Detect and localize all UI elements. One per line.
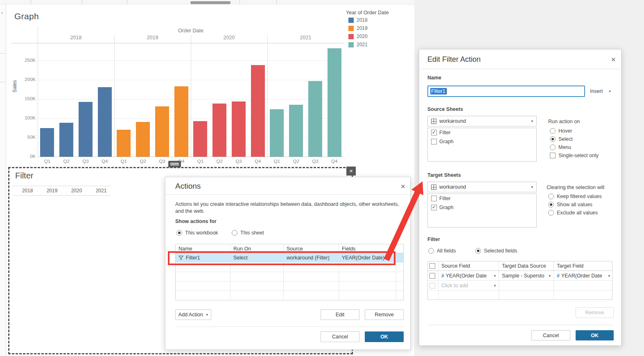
bar-2019-Q4[interactable]	[174, 86, 188, 157]
radio-icon	[475, 248, 481, 254]
bar-2021-Q1[interactable]	[270, 109, 284, 157]
legend-swatch-2019	[348, 26, 354, 31]
empty-action-row[interactable]	[176, 291, 403, 300]
target-sheets-list: Filter Graph	[427, 194, 537, 228]
filter-year-2021[interactable]: 2021	[89, 188, 113, 194]
chevron-down-icon: ▾	[531, 185, 533, 189]
target-field-cell[interactable]: # YEAR(Order Date ▾	[554, 271, 613, 280]
bar-2021-Q3[interactable]	[308, 81, 322, 157]
remove-object-icon[interactable]: ✕	[346, 167, 356, 176]
y-tick-label: 0K	[19, 154, 36, 159]
cancel-button[interactable]: Cancel	[321, 331, 359, 342]
target-data-source-cell[interactable]: Sample - Supersto ▾	[499, 271, 554, 280]
quarter-label: Q1	[114, 159, 133, 164]
edit-dialog-title: Edit Filter Action	[427, 55, 481, 64]
drag-handle[interactable]	[168, 161, 181, 167]
radio-this-workbook[interactable]: This workbook	[176, 230, 218, 236]
pane-divider	[267, 35, 268, 157]
quarter-label: Q4	[248, 159, 267, 164]
y-tick-label: 100K	[19, 115, 36, 120]
remove-button[interactable]: Remove	[365, 309, 404, 320]
chevron-down-icon: ▾	[549, 274, 551, 278]
radio-icon	[548, 202, 554, 207]
edit-filter-action-dialog: Edit Filter Action ✕ Name Filter1 Insert…	[419, 49, 621, 346]
col-source-field: Source Field	[438, 261, 499, 270]
header-underline	[11, 43, 344, 43]
bar-2018-Q2[interactable]	[59, 123, 73, 157]
radio-icon	[548, 194, 554, 199]
x-axis-line	[38, 157, 344, 157]
target-sheet-dropdown[interactable]: workaround ▾	[427, 182, 537, 192]
footer-divider	[427, 325, 614, 325]
bar-2019-Q1[interactable]	[117, 130, 131, 157]
radio-selected-fields[interactable]: Selected fields	[475, 248, 517, 254]
source-sheet-dropdown[interactable]: workaround ▾	[427, 116, 537, 126]
source-field-cell[interactable]: # YEAR(Order Date ▾	[438, 271, 499, 280]
cancel-button[interactable]: Cancel	[531, 330, 570, 340]
field-table-header: Source Field Target Data Source Target F…	[428, 261, 612, 271]
bar-2020-Q1[interactable]	[193, 121, 207, 157]
click-to-add-cell[interactable]: Click to add ▾	[438, 281, 499, 290]
filter-year-2018[interactable]: 2018	[15, 188, 40, 194]
field-mapping-row[interactable]: # YEAR(Order Date ▾ Sample - Supersto ▾ …	[428, 271, 612, 281]
col-target-data-source: Target Data Source	[499, 261, 554, 270]
insert-menu-button[interactable]: Insert ▾	[590, 88, 611, 94]
checkbox-single-select-only[interactable]: Single-select only	[550, 153, 599, 158]
quarter-label: Q3	[306, 159, 325, 164]
close-icon[interactable]: ✕	[611, 56, 616, 63]
legend-item[interactable]: 2019	[348, 25, 368, 32]
radio-keep-filtered-values[interactable]: Keep filtered values	[548, 194, 602, 199]
bar-2018-Q3[interactable]	[79, 102, 93, 157]
target-sheet-graph[interactable]: Graph	[428, 203, 536, 212]
bar-2018-Q1[interactable]	[40, 128, 54, 157]
bar-2020-Q2[interactable]	[212, 104, 226, 157]
tab-divider	[240, 0, 240, 4]
bar-2019-Q3[interactable]	[155, 106, 169, 157]
radio-icon	[550, 128, 556, 134]
radio-exclude-all-values[interactable]: Exclude all values	[548, 210, 598, 216]
bar-2021-Q2[interactable]	[289, 105, 303, 157]
bar-2018-Q4[interactable]	[98, 87, 112, 157]
radio-all-fields[interactable]: All fields	[428, 248, 456, 254]
empty-action-row[interactable]	[176, 272, 403, 282]
filter-sheet-title: Filter	[15, 171, 33, 180]
radio-select[interactable]: Select	[550, 136, 573, 142]
bar-2021-Q4[interactable]	[328, 48, 341, 157]
show-actions-for-label: Show actions for	[175, 219, 217, 224]
edit-button[interactable]: Edit	[321, 309, 359, 320]
quarter-label: Q1	[38, 159, 57, 164]
filter-year-2019[interactable]: 2019	[40, 188, 64, 194]
col-target-field: Target Field	[554, 261, 613, 270]
add-field-row[interactable]: Click to add ▾	[428, 281, 612, 291]
add-action-button[interactable]: Add Action▾	[175, 309, 211, 320]
legend-swatch-2021	[348, 42, 354, 47]
bar-2020-Q3[interactable]	[232, 101, 246, 157]
bar-2019-Q2[interactable]	[136, 122, 150, 157]
empty-action-row[interactable]	[176, 282, 403, 291]
bar-2020-Q4[interactable]	[251, 65, 265, 157]
filter-year-2020[interactable]: 2020	[64, 188, 89, 194]
remove-field-button[interactable]: Remove	[576, 307, 614, 318]
legend-item[interactable]: 2021	[348, 41, 368, 48]
source-sheet-filter[interactable]: Filter	[428, 128, 536, 137]
source-sheet-graph[interactable]: Graph	[428, 137, 536, 146]
checkbox-icon	[431, 205, 437, 210]
legend-item[interactable]: 2020	[348, 33, 368, 40]
radio-hover[interactable]: Hover	[550, 128, 572, 134]
sheet-grid-icon	[431, 119, 436, 124]
number-field-icon: #	[441, 273, 444, 279]
name-input[interactable]: Filter1	[427, 86, 585, 97]
collapse-chevron-icon[interactable]: ‹	[1, 9, 3, 16]
radio-this-sheet[interactable]: This sheet	[232, 230, 264, 236]
target-sheet-filter[interactable]: Filter	[428, 194, 536, 203]
filter-header-line	[13, 195, 111, 196]
radio-menu[interactable]: Menu	[550, 144, 571, 150]
row-checkbox[interactable]	[429, 273, 435, 279]
annotation-arrow	[375, 174, 432, 268]
tab-divider	[276, 0, 277, 4]
quarter-label: Q2	[133, 159, 153, 164]
radio-show-all-values[interactable]: Show all values	[548, 202, 592, 207]
ok-button[interactable]: OK	[576, 330, 614, 340]
ok-button[interactable]: OK	[365, 331, 404, 342]
legend-item[interactable]: 2018	[348, 16, 368, 24]
